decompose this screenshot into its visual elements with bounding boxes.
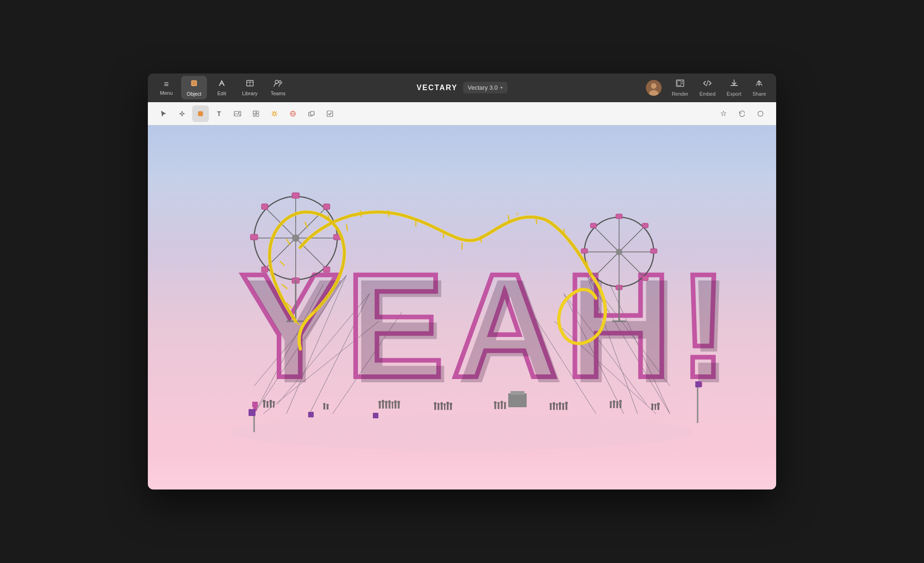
undo-tool[interactable] [734, 105, 750, 122]
svg-point-140 [494, 401, 497, 404]
svg-rect-143 [501, 403, 503, 409]
nav-left: ≡ Menu Object Ed [153, 76, 291, 99]
render-button[interactable]: Render [667, 77, 693, 99]
svg-point-126 [397, 401, 400, 404]
svg-point-172 [657, 403, 660, 405]
select-tool[interactable] [155, 105, 172, 122]
svg-rect-109 [323, 405, 325, 410]
svg-rect-63 [261, 267, 268, 272]
svg-point-168 [651, 404, 654, 406]
transform-tool[interactable] [174, 105, 190, 122]
library-button[interactable]: Library [237, 76, 263, 99]
avatar[interactable] [646, 80, 662, 96]
svg-point-26 [758, 111, 763, 116]
svg-rect-105 [270, 402, 272, 408]
svg-rect-179 [373, 413, 378, 418]
svg-rect-161 [613, 403, 615, 408]
object-tool[interactable] [192, 105, 209, 122]
embed-icon [703, 79, 712, 90]
edit-label: Edit [218, 91, 226, 96]
svg-rect-137 [450, 405, 452, 410]
share-label: Share [753, 91, 766, 97]
svg-line-90 [346, 224, 347, 231]
svg-point-150 [553, 402, 555, 405]
svg-point-144 [500, 401, 503, 404]
svg-rect-149 [553, 404, 555, 410]
edit-button[interactable]: Edit [209, 76, 235, 99]
svg-point-108 [273, 401, 275, 404]
svg-point-56 [292, 234, 299, 242]
material-tool[interactable] [285, 105, 301, 122]
object-button[interactable]: Object [181, 76, 207, 99]
svg-line-91 [360, 210, 361, 217]
svg-point-160 [610, 401, 612, 404]
svg-point-170 [654, 404, 657, 406]
export-button[interactable]: Export [722, 77, 746, 99]
svg-rect-171 [657, 405, 659, 410]
svg-rect-80 [642, 276, 648, 281]
svg-point-148 [550, 403, 552, 405]
svg-rect-73 [616, 214, 622, 219]
menu-label: Menu [160, 90, 173, 96]
svg-point-132 [440, 402, 443, 405]
project-selector[interactable]: Vectary 3.0 ▾ [463, 82, 507, 93]
svg-rect-145 [504, 404, 506, 409]
svg-rect-119 [389, 403, 390, 409]
pin-tool[interactable] [715, 105, 732, 122]
svg-rect-115 [382, 402, 384, 409]
svg-point-130 [438, 403, 440, 405]
teams-button[interactable]: Teams [265, 76, 291, 99]
svg-point-15 [238, 112, 240, 113]
boolean-tool[interactable] [303, 105, 320, 122]
export-label: Export [727, 91, 742, 97]
svg-rect-46 [252, 402, 258, 407]
svg-rect-117 [385, 403, 387, 409]
svg-line-96 [480, 236, 481, 243]
embed-label: Embed [699, 91, 716, 97]
svg-rect-121 [392, 404, 393, 409]
svg-rect-16 [253, 111, 256, 114]
app-window: ≡ Menu Object Ed [148, 73, 776, 490]
canvas-area[interactable]: YEAH! YEAH! [148, 125, 776, 490]
svg-rect-25 [327, 111, 333, 116]
svg-rect-123 [395, 403, 396, 409]
svg-point-122 [391, 402, 394, 404]
svg-rect-159 [610, 403, 612, 408]
svg-text:YEAH!: YEAH! [246, 248, 741, 414]
svg-point-104 [267, 401, 269, 404]
svg-rect-163 [616, 403, 618, 408]
menu-button[interactable]: ≡ Menu [153, 77, 179, 98]
svg-point-72 [616, 249, 622, 255]
svg-rect-13 [198, 111, 203, 116]
svg-rect-173 [508, 393, 527, 407]
svg-rect-165 [620, 402, 621, 408]
circle-tool[interactable] [752, 105, 769, 122]
svg-point-136 [446, 402, 449, 404]
svg-point-12 [181, 113, 183, 115]
image-tool[interactable] [229, 105, 246, 122]
menu-icon: ≡ [164, 80, 169, 88]
svg-rect-62 [323, 204, 330, 209]
svg-rect-113 [379, 403, 381, 409]
text-tool[interactable]: T [211, 105, 227, 122]
svg-point-154 [559, 402, 561, 405]
svg-point-128 [434, 402, 437, 405]
svg-point-20 [273, 112, 276, 115]
svg-point-106 [269, 400, 272, 403]
svg-point-49 [516, 213, 519, 215]
svg-point-102 [263, 400, 266, 403]
share-button[interactable]: Share [748, 77, 771, 99]
svg-point-118 [385, 401, 388, 404]
svg-point-124 [394, 400, 397, 403]
light-tool[interactable] [266, 105, 283, 122]
svg-rect-129 [438, 405, 439, 410]
canvas-background: YEAH! YEAH! [148, 125, 776, 490]
svg-rect-157 [565, 404, 567, 410]
scene-tool[interactable] [248, 105, 264, 122]
svg-rect-167 [651, 405, 653, 410]
top-nav: ≡ Menu Object Ed [148, 73, 776, 102]
svg-point-138 [450, 403, 452, 405]
check-tool[interactable] [322, 105, 338, 122]
embed-button[interactable]: Embed [695, 77, 720, 99]
svg-rect-10 [682, 81, 683, 82]
